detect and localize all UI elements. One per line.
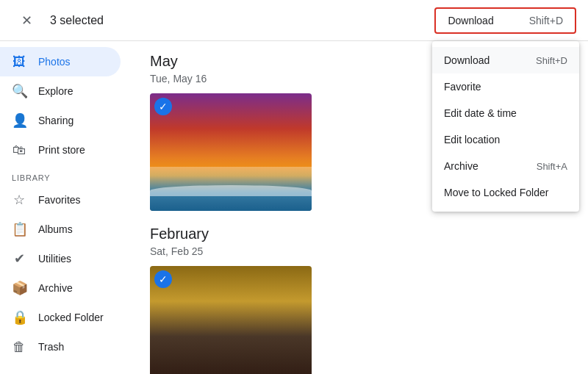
sunset-foam xyxy=(150,185,312,196)
favorites-icon: ☆ xyxy=(12,192,26,208)
sidebar-item-locked-folder[interactable]: 🔒 Locked Folder xyxy=(0,303,121,332)
sidebar-archive-label: Archive xyxy=(38,282,73,294)
sidebar-item-explore[interactable]: 🔍 Explore xyxy=(0,76,121,106)
topbar-right: Download Shift+D xyxy=(434,7,576,34)
check-overlay-may: ✓ xyxy=(154,98,172,115)
menu-favorite-label: Favorite xyxy=(444,81,481,93)
download-shortcut: Shift+D xyxy=(529,15,563,26)
close-icon: ✕ xyxy=(21,12,32,29)
sidebar-utilities-label: Utilities xyxy=(38,253,71,265)
menu-move-locked-label: Move to Locked Folder xyxy=(444,187,548,198)
explore-icon: 🔍 xyxy=(12,83,26,99)
menu-item-move-locked[interactable]: Move to Locked Folder xyxy=(432,179,579,206)
topbar-left: ✕ 3 selected xyxy=(12,6,434,35)
menu-item-favorite[interactable]: Favorite xyxy=(432,73,579,100)
sidebar-print-store-label: Print store xyxy=(38,144,85,156)
menu-item-archive[interactable]: Archive Shift+A xyxy=(432,153,579,179)
photo-grid-feb: ✓ xyxy=(150,266,570,374)
download-button[interactable]: Download Shift+D xyxy=(434,7,576,34)
photo-thumb-may[interactable]: ✓ xyxy=(150,93,312,211)
month-section-feb: February Sat, Feb 25 ✓ xyxy=(150,226,570,374)
sidebar-favorites-label: Favorites xyxy=(38,194,81,206)
sidebar: 🖼 Photos 🔍 Explore 👤 Sharing 🛍 Print sto… xyxy=(0,41,132,374)
main-layout: 🖼 Photos 🔍 Explore 👤 Sharing 🛍 Print sto… xyxy=(0,41,588,374)
close-button[interactable]: ✕ xyxy=(12,6,41,35)
sidebar-albums-label: Albums xyxy=(38,223,73,235)
topbar: ✕ 3 selected Download Shift+D xyxy=(0,0,588,41)
library-section-label: LIBRARY xyxy=(0,165,132,185)
utilities-icon: ✔ xyxy=(12,251,26,267)
check-overlay-feb: ✓ xyxy=(154,270,172,288)
menu-archive-shortcut: Shift+A xyxy=(537,161,567,172)
sidebar-item-favorites[interactable]: ☆ Favorites xyxy=(0,185,121,215)
menu-download-label: Download xyxy=(444,54,490,66)
albums-icon: 📋 xyxy=(12,221,26,237)
menu-edit-location-label: Edit location xyxy=(444,134,500,145)
menu-item-edit-date-time[interactable]: Edit date & time xyxy=(432,100,579,126)
sidebar-item-print-store[interactable]: 🛍 Print store xyxy=(0,135,121,165)
sidebar-photos-label: Photos xyxy=(38,56,71,68)
selected-count-label: 3 selected xyxy=(50,14,104,27)
sidebar-item-storage[interactable]: ☁ Storage xyxy=(0,367,121,374)
photos-icon: 🖼 xyxy=(12,54,26,70)
menu-archive-label: Archive xyxy=(444,160,478,172)
sidebar-locked-folder-label: Locked Folder xyxy=(38,312,104,323)
dropdown-menu: Download Shift+D Favorite Edit date & ti… xyxy=(432,41,579,212)
menu-item-edit-location[interactable]: Edit location xyxy=(432,126,579,153)
sharing-icon: 👤 xyxy=(12,112,26,129)
room-photo xyxy=(150,266,312,374)
archive-icon: 📦 xyxy=(12,280,26,296)
sidebar-item-albums[interactable]: 📋 Albums xyxy=(0,215,121,244)
sidebar-item-archive[interactable]: 📦 Archive xyxy=(0,273,121,303)
download-label: Download xyxy=(448,15,493,26)
print-store-icon: 🛍 xyxy=(12,143,26,158)
sidebar-item-utilities[interactable]: ✔ Utilities xyxy=(0,244,121,273)
sidebar-item-photos[interactable]: 🖼 Photos xyxy=(0,47,121,76)
sidebar-sharing-label: Sharing xyxy=(38,115,74,126)
sidebar-nav: 🖼 Photos 🔍 Explore 👤 Sharing 🛍 Print sto… xyxy=(0,47,132,374)
sidebar-scroll: 🖼 Photos 🔍 Explore 👤 Sharing 🛍 Print sto… xyxy=(0,47,132,368)
date-label-feb: Sat, Feb 25 xyxy=(150,245,570,257)
sidebar-item-sharing[interactable]: 👤 Sharing xyxy=(0,106,121,135)
menu-edit-date-time-label: Edit date & time xyxy=(444,107,517,119)
sidebar-explore-label: Explore xyxy=(38,85,73,97)
sunset-photo xyxy=(150,93,312,211)
photo-thumb-feb[interactable]: ✓ xyxy=(150,266,312,374)
sidebar-trash-label: Trash xyxy=(38,341,64,353)
month-label-feb: February xyxy=(150,226,570,242)
sidebar-item-trash[interactable]: 🗑 Trash xyxy=(0,332,121,362)
locked-folder-icon: 🔒 xyxy=(12,309,26,326)
menu-download-shortcut: Shift+D xyxy=(536,55,567,66)
trash-icon: 🗑 xyxy=(12,339,26,355)
menu-item-download[interactable]: Download Shift+D xyxy=(432,47,579,73)
